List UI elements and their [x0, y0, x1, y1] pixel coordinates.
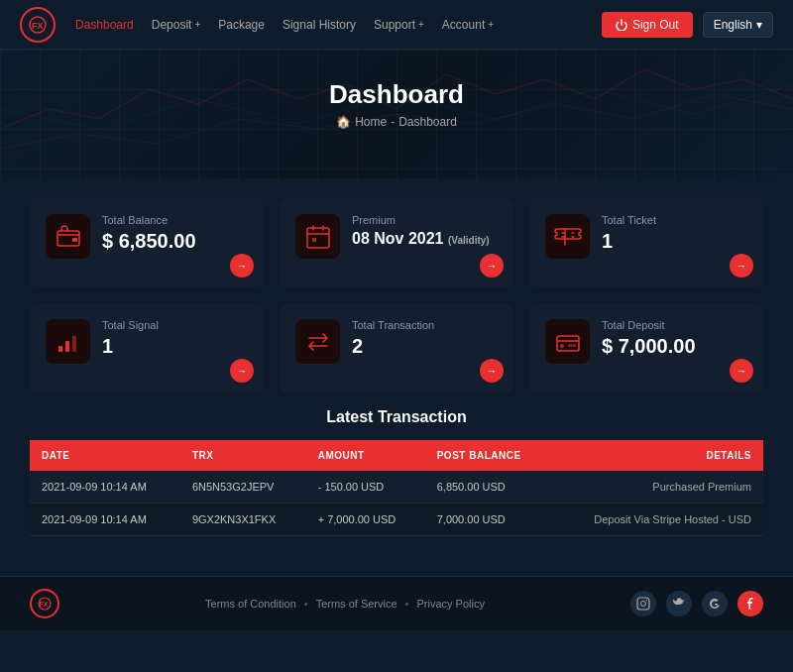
col-amount: AMOUNT — [306, 440, 425, 471]
footer-terms-service[interactable]: Terms of Service — [316, 598, 397, 610]
nav-support[interactable]: Support + — [374, 18, 424, 32]
ticket-icon-container — [545, 214, 590, 259]
svg-rect-6 — [58, 346, 62, 352]
sign-out-button[interactable]: Sign Out — [602, 12, 693, 38]
svg-rect-7 — [65, 341, 69, 352]
signal-icon — [55, 328, 82, 356]
cell-details: Purchased Premium — [551, 471, 763, 504]
col-post-balance: POST BALANCE — [425, 440, 551, 471]
stat-card-transaction: Total Transaction 2 → — [280, 303, 513, 392]
breadcrumb-current: Dashboard — [398, 115, 457, 129]
svg-point-10 — [560, 344, 564, 348]
cell-amount: - 150.00 USD — [306, 471, 425, 504]
stats-grid: Total Balance $ 6,850.00 → Premium — [30, 198, 763, 392]
breadcrumb-home-label: Home — [355, 115, 387, 129]
signal-icon-container — [46, 319, 90, 364]
premium-label: Premium — [352, 214, 498, 226]
brand-logo[interactable]: FX — [20, 7, 56, 43]
latest-transaction-section: Latest Transaction DATE TRX AMOUNT POST … — [30, 408, 763, 536]
svg-text:FX: FX — [40, 601, 49, 608]
deposit-arrow[interactable]: → — [730, 359, 753, 383]
breadcrumb-separator: - — [391, 115, 395, 129]
ticket-arrow[interactable]: → — [730, 254, 753, 278]
power-icon — [616, 19, 627, 31]
facebook-icon[interactable] — [737, 591, 763, 616]
stat-card-balance: Total Balance $ 6,850.00 → — [30, 198, 264, 287]
footer-privacy-policy[interactable]: Privacy Policy — [416, 598, 484, 610]
svg-rect-9 — [557, 336, 579, 351]
navbar: FX Dashboard Deposit + Package Signal Hi… — [0, 0, 793, 50]
col-details: DETAILS — [551, 440, 763, 471]
col-date: DATE — [30, 440, 180, 471]
stat-card-ticket: Total Ticket 1 → — [529, 198, 763, 287]
ticket-icon — [554, 223, 582, 251]
signal-label: Total Signal — [102, 319, 248, 331]
transaction-table: DATE TRX AMOUNT POST BALANCE DETAILS 202… — [30, 440, 763, 536]
hero-chart — [0, 50, 793, 178]
twitter-icon[interactable] — [666, 591, 692, 616]
cell-post-balance: 6,850.00 USD — [425, 471, 551, 504]
table-row: 2021-09-09 10:14 AM 6N5N53G2JEPV - 150.0… — [30, 471, 763, 504]
deposit-icon-container — [545, 319, 590, 364]
calendar-icon — [304, 223, 332, 251]
deposit-label: Total Deposit — [602, 319, 747, 331]
logo-icon: FX — [20, 7, 56, 43]
balance-arrow[interactable]: → — [230, 254, 254, 278]
svg-rect-8 — [72, 336, 76, 352]
cell-date: 2021-09-09 10:14 AM — [30, 504, 180, 536]
transaction-label: Total Transaction — [352, 319, 498, 331]
nav-package[interactable]: Package — [218, 18, 265, 32]
footer-social — [630, 591, 763, 616]
nav-dashboard[interactable]: Dashboard — [75, 18, 134, 32]
deposit-value: $ 7,000.00 — [602, 335, 747, 358]
transaction-value: 2 — [352, 335, 498, 358]
deposit-icon — [554, 328, 582, 356]
language-selector[interactable]: English ▾ — [703, 12, 773, 38]
cell-trx: 6N5N53G2JEPV — [180, 471, 306, 504]
svg-text:FX: FX — [32, 21, 44, 31]
premium-value: 08 Nov 2021 (Validity) — [352, 230, 498, 248]
stat-card-signal: Total Signal 1 → — [30, 303, 264, 392]
cell-details: Deposit Via Stripe Hosted - USD — [551, 504, 763, 536]
page-title: Dashboard — [20, 79, 773, 110]
svg-rect-3 — [72, 238, 77, 242]
svg-point-16 — [646, 600, 647, 601]
balance-label: Total Balance — [102, 214, 248, 226]
ticket-label: Total Ticket — [602, 214, 747, 226]
footer-logo-icon: FX — [30, 589, 59, 618]
nav-account[interactable]: Account + — [442, 18, 494, 32]
nav-deposit[interactable]: Deposit + — [152, 18, 201, 32]
wallet-icon — [55, 223, 82, 251]
svg-rect-5 — [312, 238, 316, 242]
svg-point-15 — [640, 602, 645, 607]
svg-rect-4 — [307, 228, 329, 248]
premium-arrow[interactable]: → — [480, 254, 504, 278]
balance-value: $ 6,850.00 — [102, 230, 248, 253]
col-trx: TRX — [180, 440, 306, 471]
cell-amount: + 7,000.00 USD — [306, 504, 425, 536]
transaction-arrow[interactable]: → — [480, 359, 504, 383]
nav-signal-history[interactable]: Signal History — [283, 18, 356, 32]
stat-card-deposit: Total Deposit $ 7,000.00 → — [529, 303, 763, 392]
nav-right: Sign Out English ▾ — [602, 12, 773, 38]
hero-banner: Dashboard 🏠 Home - Dashboard — [0, 50, 793, 178]
cell-post-balance: 7,000.00 USD — [425, 504, 551, 536]
signal-arrow[interactable]: → — [230, 359, 254, 383]
transaction-icon-container — [295, 319, 340, 364]
google-icon[interactable] — [702, 591, 728, 616]
breadcrumb: 🏠 Home - Dashboard — [20, 115, 773, 129]
footer-terms-condition[interactable]: Terms of Condition — [205, 598, 296, 610]
nav-links: Dashboard Deposit + Package Signal Histo… — [75, 18, 602, 32]
footer-links: Terms of Condition • Terms of Service • … — [205, 598, 485, 610]
transaction-icon — [304, 328, 332, 356]
main-content: Total Balance $ 6,850.00 → Premium — [0, 178, 793, 556]
cell-trx: 9GX2KN3X1FKX — [180, 504, 306, 536]
footer-logo[interactable]: FX — [30, 589, 59, 618]
table-header: DATE TRX AMOUNT POST BALANCE DETAILS — [30, 440, 763, 471]
footer: FX Terms of Condition • Terms of Service… — [0, 576, 793, 630]
ticket-value: 1 — [602, 230, 747, 253]
breadcrumb-home-icon: 🏠 — [336, 115, 351, 129]
instagram-icon[interactable] — [630, 591, 656, 616]
wallet-icon-container — [46, 214, 90, 259]
cell-date: 2021-09-09 10:14 AM — [30, 471, 180, 504]
